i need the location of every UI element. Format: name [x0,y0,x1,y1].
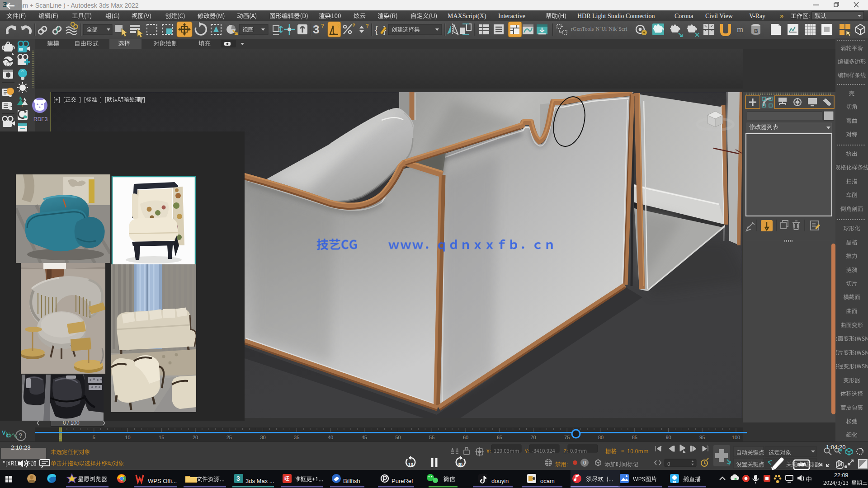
svg-text:50: 50 [395,435,401,440]
svg-text:5: 5 [93,435,95,440]
svg-text:30: 30 [458,462,463,467]
svg-text:45: 45 [362,435,367,440]
svg-text:80: 80 [598,435,604,440]
svg-text:95: 95 [699,435,705,440]
svg-text:10: 10 [125,435,130,440]
svg-text:70: 70 [530,435,536,440]
svg-text:3: 3 [313,23,319,36]
svg-text:40: 40 [328,435,333,440]
svg-text:20: 20 [193,435,198,440]
svg-text:3: 3 [236,475,240,482]
svg-text:55: 55 [429,435,434,440]
svg-text:35: 35 [294,435,299,440]
svg-text:0: 0 [583,460,586,465]
svg-text:10: 10 [408,462,414,467]
svg-text:m: m [737,25,743,34]
svg-text:0: 0 [59,435,61,440]
svg-text:90: 90 [665,435,671,440]
svg-text:65: 65 [497,435,502,440]
svg-text:C: C [6,433,10,438]
svg-text:25: 25 [226,435,232,440]
svg-text:旺: 旺 [284,476,289,481]
svg-text:85: 85 [632,435,637,440]
svg-text:B: B [754,28,758,34]
svg-text:75: 75 [564,435,570,440]
svg-text:60: 60 [463,435,468,440]
svg-text:30: 30 [260,435,265,440]
svg-text:V: V [2,429,6,436]
svg-text:100: 100 [732,435,740,440]
svg-text:{: { [375,24,378,35]
svg-text:?: ? [19,432,23,439]
svg-text:15: 15 [159,435,164,440]
